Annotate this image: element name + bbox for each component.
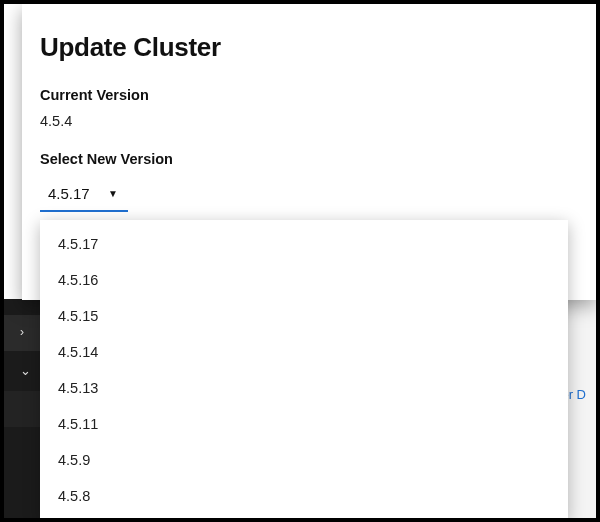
version-option[interactable]: 4.5.9 (40, 442, 568, 478)
version-option[interactable]: 4.5.16 (40, 262, 568, 298)
current-version-value: 4.5.4 (40, 113, 566, 129)
select-new-version-label: Select New Version (40, 151, 566, 167)
chevron-right-icon: › (20, 325, 24, 339)
version-option[interactable]: 4.5.14 (40, 334, 568, 370)
version-option[interactable]: 4.5.15 (40, 298, 568, 334)
chevron-down-icon: ⌄ (20, 363, 31, 378)
modal-title: Update Cluster (40, 32, 566, 63)
version-option[interactable]: 4.5.17 (40, 226, 568, 262)
version-option[interactable]: 4.5.11 (40, 406, 568, 442)
version-dropdown-button[interactable]: 4.5.17 ▼ (40, 177, 128, 212)
version-dropdown-menu[interactable]: 4.5.17 4.5.16 4.5.15 4.5.14 4.5.13 4.5.1… (40, 220, 568, 518)
window-frame: › ⌄ ager D Update Cluster Current Versio… (0, 0, 600, 522)
version-dropdown-selected: 4.5.17 (48, 185, 90, 202)
caret-down-icon: ▼ (108, 188, 118, 199)
version-option[interactable]: 4.5.8 (40, 478, 568, 514)
page-backdrop: › ⌄ ager D Update Cluster Current Versio… (4, 4, 596, 518)
version-option[interactable]: 4.5.13 (40, 370, 568, 406)
current-version-label: Current Version (40, 87, 566, 103)
